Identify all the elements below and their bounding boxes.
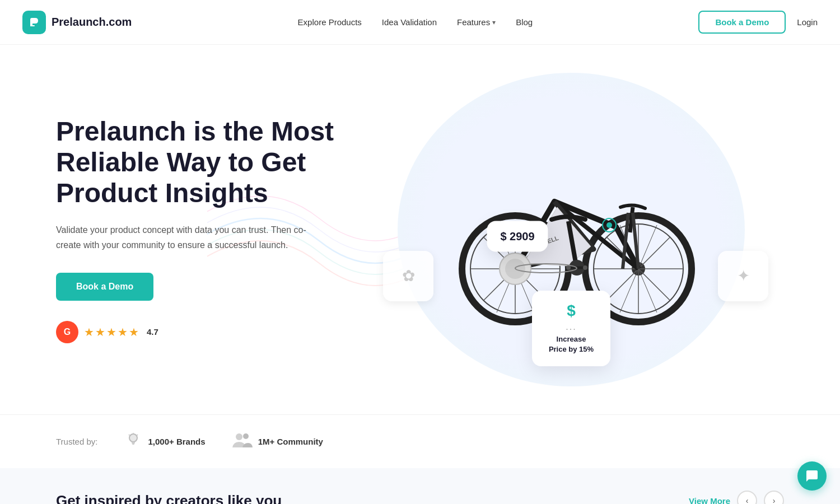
nav-login-link[interactable]: Login (797, 17, 818, 27)
dollar-icon: $ (567, 302, 576, 320)
svg-rect-32 (132, 442, 135, 444)
brands-count: 1,000+ Brands (148, 437, 205, 446)
rating-area: G ★ ★ ★ ★ ★ 4.7 (56, 321, 347, 343)
price-value: $ 2909 (500, 230, 534, 242)
community-count: 1M+ Community (258, 437, 323, 446)
increase-price-card: $ ... IncreasePrice by 15% (532, 291, 610, 366)
hero-title: Prelaunch is the Most Reliable Way to Ge… (56, 116, 347, 209)
hex-shape-left: ✿ (383, 251, 433, 301)
hero-section: Prelaunch is the Most Reliable Way to Ge… (0, 45, 840, 414)
g2-badge: G (56, 321, 78, 343)
nav-features[interactable]: Features ▾ (457, 17, 496, 27)
star-rating: ★ ★ ★ ★ ★ (84, 325, 139, 339)
logo[interactable]: Prelaunch.com (22, 11, 132, 34)
trusted-label: Trusted by: (56, 437, 97, 446)
hero-image-area: FUELL $ 2909 ✿ ✦ $ ... Incr (347, 67, 795, 392)
brands-icon (124, 431, 142, 452)
bottom-section: Get inspired by creators like you View M… (0, 468, 840, 504)
nav-links: Explore Products Idea Validation Feature… (298, 17, 533, 27)
nav-blog[interactable]: Blog (516, 17, 533, 27)
svg-line-36 (137, 435, 138, 435)
navbar: Prelaunch.com Explore Products Idea Vali… (0, 0, 840, 45)
gear-icon: ✦ (737, 267, 750, 285)
svg-rect-33 (132, 444, 134, 445)
brand-name: Prelaunch.com (52, 16, 132, 29)
svg-point-25 (606, 222, 612, 228)
price-card: $ 2909 (487, 221, 548, 251)
svg-point-31 (129, 434, 137, 442)
svg-rect-0 (32, 25, 35, 26)
svg-point-29 (583, 265, 587, 270)
star-1: ★ (84, 325, 94, 339)
bottom-title: Get inspired by creators like you (56, 492, 282, 505)
trusted-bar: Trusted by: 1,000+ Brands 1M+ C (0, 414, 840, 468)
rating-score: 4.7 (147, 327, 158, 337)
settings-icon: ✿ (402, 267, 415, 285)
nav-idea-validation[interactable]: Idea Validation (382, 17, 437, 27)
svg-point-38 (243, 433, 249, 439)
features-chevron-icon: ▾ (492, 18, 496, 26)
increase-label: IncreasePrice by 15% (549, 334, 594, 354)
carousel-next-button[interactable]: › (764, 491, 784, 504)
svg-point-37 (236, 433, 242, 440)
chat-bubble-button[interactable] (797, 461, 827, 491)
nav-book-demo-button[interactable]: Book a Demo (698, 11, 786, 34)
trusted-community: 1M+ Community (232, 432, 323, 451)
view-more-link[interactable]: View More (689, 496, 730, 505)
svg-line-35 (129, 435, 129, 435)
nav-actions: Book a Demo Login (698, 11, 818, 34)
star-half: ★ (129, 325, 139, 339)
logo-icon (22, 11, 46, 34)
dots: ... (566, 322, 576, 332)
carousel-prev-button[interactable]: ‹ (737, 491, 757, 504)
bottom-actions: View More ‹ › (689, 491, 784, 504)
trusted-brands: 1,000+ Brands (124, 431, 205, 452)
hex-shape-right: ✦ (718, 251, 768, 301)
svg-point-28 (566, 265, 571, 270)
hero-subtitle: Validate your product concept with data … (56, 222, 314, 253)
star-3: ★ (106, 325, 116, 339)
star-4: ★ (118, 325, 128, 339)
hero-content: Prelaunch is the Most Reliable Way to Ge… (56, 116, 347, 343)
nav-explore-products[interactable]: Explore Products (298, 17, 362, 27)
hero-book-demo-button[interactable]: Book a Demo (56, 273, 153, 301)
star-2: ★ (95, 325, 105, 339)
community-icon (232, 432, 253, 451)
